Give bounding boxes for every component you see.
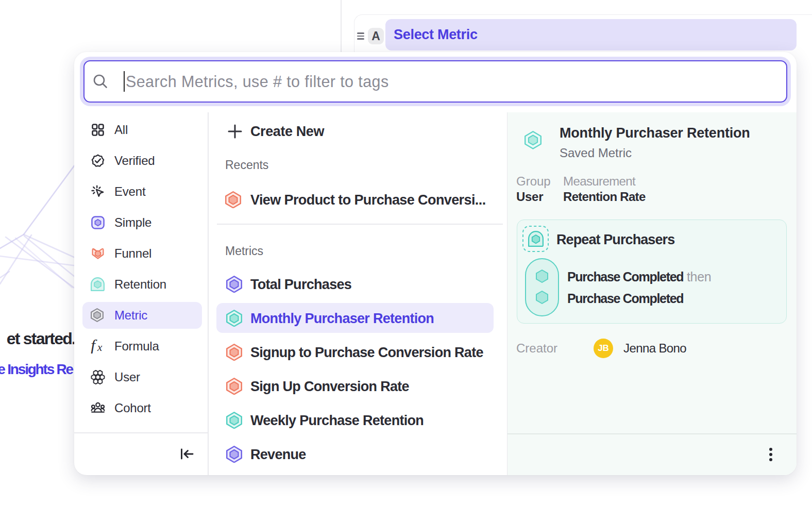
- svg-text:f: f: [91, 339, 97, 354]
- svg-text:x: x: [97, 341, 103, 354]
